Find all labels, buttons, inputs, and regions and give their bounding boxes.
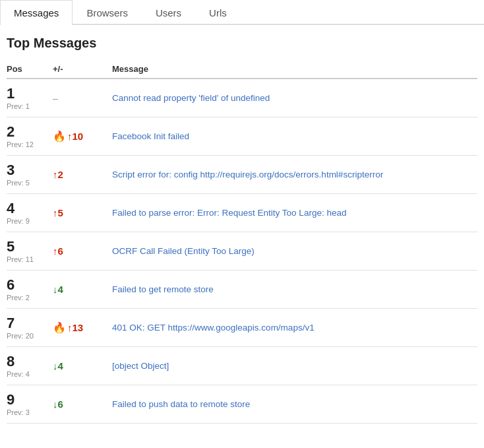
pos-prev: Prev: 1 <box>7 102 30 111</box>
change-up: ↑5 <box>53 207 63 218</box>
table-row: 1Prev: 1–Cannot read property 'field' of… <box>7 79 477 117</box>
change-up: ↑6 <box>53 245 63 257</box>
pos-cell: 8Prev: 4 <box>7 348 53 385</box>
change-up: ↑10 <box>67 131 83 142</box>
change-cell: ↓6 <box>53 399 112 410</box>
message-cell[interactable]: Facebook Init failed <box>112 129 477 144</box>
pos-prev: Prev: 3 <box>7 408 30 417</box>
pos-cell: 4Prev: 9 <box>7 195 53 232</box>
change-down: ↓4 <box>53 284 63 295</box>
header-pos: Pos <box>7 64 53 74</box>
pos-cell: 5Prev: 11 <box>7 233 53 270</box>
change-down: ↓4 <box>53 360 63 371</box>
message-cell[interactable]: Failed to parse error: Error: Request En… <box>112 205 477 220</box>
change-up: ↑2 <box>53 169 63 180</box>
tab-browsers[interactable]: Browsers <box>73 0 142 25</box>
table-row: 7Prev: 20🔥↑13401 OK: GET https://www.goo… <box>7 309 477 347</box>
tab-urls[interactable]: Urls <box>195 0 241 25</box>
pos-prev: Prev: 2 <box>7 294 30 302</box>
pos-prev: Prev: 4 <box>7 370 30 379</box>
tab-bar: Messages Browsers Users Urls <box>0 0 484 25</box>
main-content: Top Messages Pos +/- Message 1Prev: 1–Ca… <box>0 36 484 424</box>
header-message: Message <box>112 64 477 74</box>
table-body: 1Prev: 1–Cannot read property 'field' of… <box>7 79 477 424</box>
pos-prev: Prev: 20 <box>7 332 34 340</box>
message-cell[interactable]: Cannot read property 'field' of undefine… <box>112 90 477 106</box>
message-cell[interactable]: Failed to push data to remote store <box>112 397 477 412</box>
pos-number: 4 <box>7 200 15 217</box>
change-cell: ↓4 <box>53 360 112 371</box>
pos-number: 1 <box>7 85 15 102</box>
pos-cell: 3Prev: 5 <box>7 156 53 193</box>
pos-cell: 7Prev: 20 <box>7 309 53 346</box>
pos-cell: 1Prev: 1 <box>7 80 53 117</box>
message-cell[interactable]: 401 OK: GET https://www.googleapis.com/m… <box>112 320 477 335</box>
pos-number: 8 <box>7 353 15 370</box>
pos-prev: Prev: 12 <box>7 141 34 149</box>
fire-icon: 🔥 <box>53 321 66 334</box>
message-cell[interactable]: Failed to get remote store <box>112 282 477 297</box>
change-cell: 🔥↑13 <box>53 321 112 334</box>
pos-number: 9 <box>7 391 15 408</box>
table-row: 8Prev: 4↓4[object Object] <box>7 347 477 385</box>
header-change: +/- <box>53 64 112 74</box>
table-row: 6Prev: 2↓4Failed to get remote store <box>7 271 477 309</box>
pos-prev: Prev: 9 <box>7 217 30 226</box>
pos-number: 3 <box>7 162 15 179</box>
table-row: 3Prev: 5↑2Script error for: config http:… <box>7 156 477 194</box>
change-cell: – <box>53 93 112 104</box>
pos-cell: 2Prev: 12 <box>7 118 53 155</box>
fire-icon: 🔥 <box>53 130 66 143</box>
change-up: ↑13 <box>67 322 83 333</box>
pos-cell: 9Prev: 3 <box>7 386 53 423</box>
message-cell[interactable]: OCRF Call Failed (Entity Too Large) <box>112 243 477 259</box>
page-title: Top Messages <box>7 36 477 51</box>
change-cell: ↑5 <box>53 207 112 218</box>
table-row: 2Prev: 12🔥↑10Facebook Init failed <box>7 117 477 156</box>
change-cell: ↑6 <box>53 245 112 257</box>
pos-number: 5 <box>7 238 15 255</box>
tab-users[interactable]: Users <box>142 0 195 25</box>
table-row: 9Prev: 3↓6Failed to push data to remote … <box>7 385 477 424</box>
change-neutral: – <box>53 93 58 104</box>
change-cell: ↑2 <box>53 169 112 180</box>
pos-number: 2 <box>7 123 15 141</box>
pos-number: 7 <box>7 315 15 332</box>
table-header: Pos +/- Message <box>7 60 477 79</box>
pos-prev: Prev: 11 <box>7 255 34 264</box>
message-cell[interactable]: [object Object] <box>112 358 477 373</box>
change-cell: ↓4 <box>53 284 112 295</box>
pos-number: 6 <box>7 276 15 294</box>
table-row: 4Prev: 9↑5Failed to parse error: Error: … <box>7 194 477 232</box>
pos-cell: 6Prev: 2 <box>7 271 53 308</box>
change-cell: 🔥↑10 <box>53 130 112 143</box>
change-down: ↓6 <box>53 399 63 410</box>
tab-messages[interactable]: Messages <box>0 0 73 25</box>
pos-prev: Prev: 5 <box>7 179 30 187</box>
table-row: 5Prev: 11↑6OCRF Call Failed (Entity Too … <box>7 232 477 271</box>
message-cell[interactable]: Script error for: config http://requirej… <box>112 167 477 182</box>
